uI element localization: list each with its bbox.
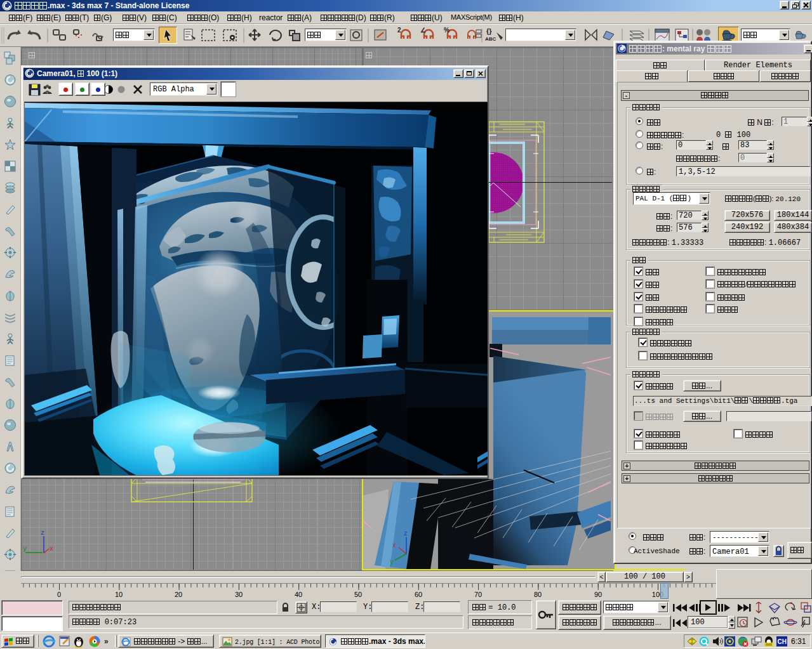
svg-text:30: 30 xyxy=(235,591,243,598)
svg-text:y: y xyxy=(390,559,394,566)
svg-text:90: 90 xyxy=(594,591,602,598)
svg-text:10: 10 xyxy=(115,591,123,598)
svg-text:20: 20 xyxy=(175,591,182,598)
svg-text:2: 2 xyxy=(397,27,401,34)
svg-text:z: z xyxy=(404,530,408,537)
svg-text:40: 40 xyxy=(295,591,302,598)
svg-text:y: y xyxy=(23,546,27,553)
svg-text:{}: {} xyxy=(486,27,492,35)
svg-text:»: » xyxy=(104,637,109,646)
svg-text:x: x xyxy=(392,542,396,549)
svg-text:0: 0 xyxy=(57,591,61,598)
svg-text:%: % xyxy=(444,27,449,34)
svg-text:50: 50 xyxy=(354,591,362,598)
svg-text:80: 80 xyxy=(534,591,542,598)
svg-text:60: 60 xyxy=(415,591,422,598)
svg-text:x: x xyxy=(50,546,53,553)
svg-text:CH: CH xyxy=(778,638,787,645)
svg-text:z: z xyxy=(41,530,44,537)
svg-text:∠: ∠ xyxy=(420,27,426,34)
svg-text:70: 70 xyxy=(474,591,482,598)
svg-text:ABC: ABC xyxy=(485,36,496,42)
